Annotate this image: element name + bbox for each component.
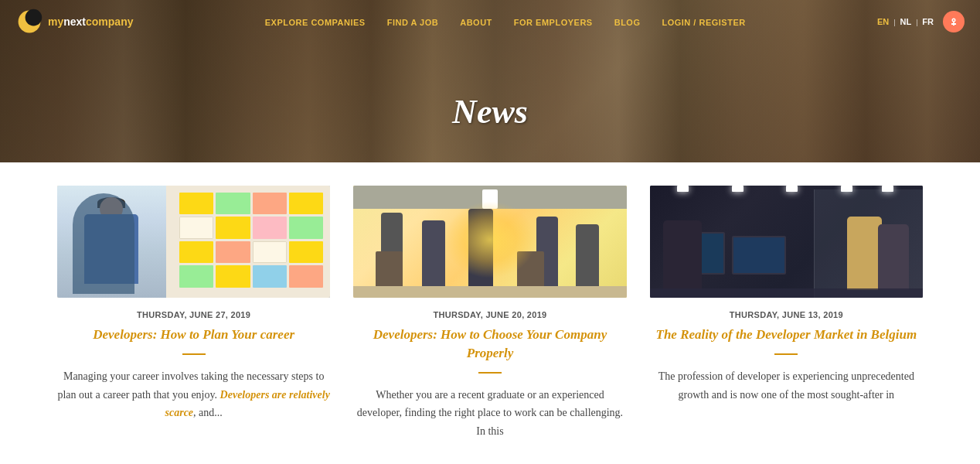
article-excerpt-3: The profession of developer is experienc…	[650, 367, 923, 404]
article-title-3[interactable]: The Reality of the Developer Market in B…	[656, 326, 917, 344]
nav-for-employers[interactable]: FOR EMPLOYERS	[514, 18, 593, 27]
hubspot-icon[interactable]	[943, 11, 965, 32]
office-scene-1	[57, 186, 330, 298]
article-date-3: THURSDAY, JUNE 13, 2019	[730, 310, 843, 319]
main-content: THURSDAY, JUNE 27, 2019 Developers: How …	[26, 162, 954, 464]
nav-login-register[interactable]: LOGIN / REGISTER	[662, 18, 745, 27]
office-scene-3	[650, 186, 923, 298]
page-header: mynextcompany EXPLORE COMPANIES FIND A J…	[0, 0, 980, 162]
nav-right: EN | NL | FR	[877, 11, 965, 32]
article-excerpt-1: Managing your career involves taking the…	[57, 367, 330, 422]
logo[interactable]: mynextcompany	[15, 8, 134, 36]
nav-blog[interactable]: BLOG	[614, 18, 641, 27]
article-card-3: THURSDAY, JUNE 13, 2019 The Reality of t…	[650, 186, 923, 441]
nav-links: EXPLORE COMPANIES FIND A JOB ABOUT FOR E…	[265, 15, 746, 29]
nav-find-a-job[interactable]: FIND A JOB	[387, 18, 439, 27]
lang-en[interactable]: EN	[877, 17, 889, 26]
article-excerpt-2: Whether you are a recent graduate or an …	[353, 386, 626, 441]
navigation: mynextcompany EXPLORE COMPANIES FIND A J…	[0, 0, 980, 43]
article-card-2: THURSDAY, JUNE 20, 2019 Developers: How …	[353, 186, 626, 441]
svg-point-5	[953, 19, 954, 21]
article-card-1: THURSDAY, JUNE 27, 2019 Developers: How …	[57, 186, 330, 441]
nav-explore-companies[interactable]: EXPLORE COMPANIES	[265, 18, 366, 27]
article-title-2[interactable]: Developers: How to Choose Your Company P…	[353, 326, 626, 363]
article-image-1	[57, 186, 330, 298]
article-date-2: THURSDAY, JUNE 20, 2019	[433, 310, 546, 319]
lang-fr[interactable]: FR	[922, 17, 934, 26]
article-divider-2	[478, 372, 502, 374]
article-date-1: THURSDAY, JUNE 27, 2019	[137, 310, 250, 319]
article-divider-3	[774, 353, 798, 355]
articles-grid: THURSDAY, JUNE 27, 2019 Developers: How …	[57, 186, 923, 441]
office-scene-2	[353, 186, 626, 298]
nav-about[interactable]: ABOUT	[460, 18, 492, 27]
moon-logo-icon	[15, 8, 43, 36]
lang-nl[interactable]: NL	[900, 17, 911, 26]
article-title-1[interactable]: Developers: How to Plan Your career	[93, 326, 294, 344]
logo-text: mynextcompany	[48, 15, 134, 28]
article-image-3	[650, 186, 923, 298]
svg-point-1	[26, 9, 43, 26]
article-image-2	[353, 186, 626, 298]
language-selector: EN | NL | FR	[877, 17, 934, 26]
page-title: News	[452, 92, 528, 131]
article-divider-1	[182, 353, 206, 355]
